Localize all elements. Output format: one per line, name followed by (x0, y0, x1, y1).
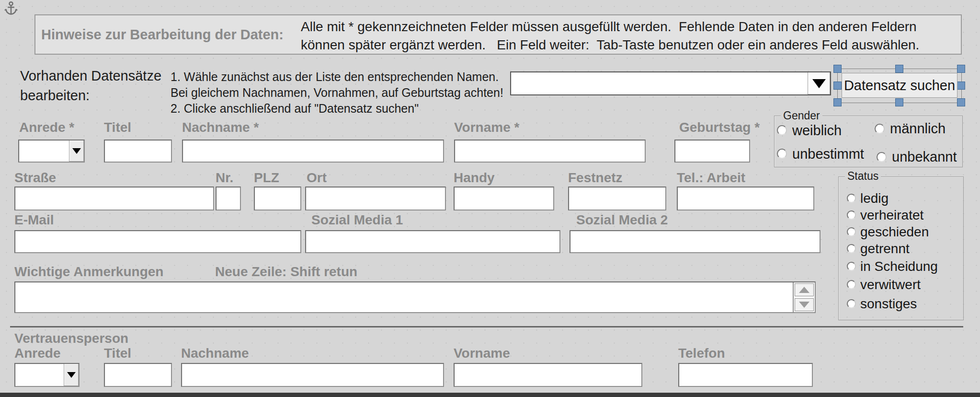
nachname-label: Nachname * (182, 120, 259, 135)
anmerkungen-textarea[interactable] (14, 281, 816, 313)
anchor-icon[interactable] (4, 1, 18, 18)
strasse-input[interactable] (14, 187, 214, 210)
selection-handle-se[interactable] (957, 98, 965, 106)
status-radio-label-in-scheidung[interactable]: in Scheidung (860, 259, 938, 274)
strasse-label: Straße (14, 170, 56, 186)
section-divider (10, 326, 963, 327)
gender-radio-label-maennlich[interactable]: männlich (890, 121, 946, 137)
vp-anrede-dropdown-button[interactable] (64, 364, 79, 386)
dropdown-arrow-icon (812, 79, 826, 88)
sozial-media-2-label: Sozial Media 2 (576, 212, 668, 228)
status-radio-label-ledig[interactable]: ledig (860, 191, 889, 206)
gender-radio-label-unbestimmt[interactable]: unbestimmt (792, 146, 864, 162)
anrede-label: Anrede * (19, 120, 74, 135)
gender-radio-label-weiblich[interactable]: weiblich (792, 123, 842, 139)
status-radio-label-verwitwert[interactable]: verwitwert (860, 277, 921, 292)
vp-telefon-input[interactable] (678, 363, 813, 387)
vertrauensperson-section-label: Vertrauensperson (14, 331, 128, 346)
vp-titel-label: Titel (104, 346, 131, 361)
status-radio-verwitwert[interactable] (847, 280, 856, 289)
geburtstag-input[interactable] (674, 140, 750, 163)
vp-vorname-input[interactable] (454, 363, 642, 387)
vp-titel-input[interactable] (104, 363, 172, 387)
dropdown-arrow-icon (67, 372, 76, 378)
record-search-label-line2: bearbeiten: (20, 88, 90, 104)
record-search-label-line1: Vorhanden Datensätze (20, 68, 161, 84)
nachname-input[interactable] (182, 140, 444, 163)
hint-line-2: können später ergänzt werden. Ein Feld w… (301, 37, 919, 53)
status-radio-in-scheidung[interactable] (847, 262, 856, 271)
sozial-media-1-label: Sozial Media 1 (311, 212, 403, 228)
anrede-combobox[interactable] (18, 140, 85, 163)
gender-radio-unbekannt[interactable] (877, 152, 887, 162)
vp-vorname-label: Vorname (454, 346, 510, 361)
vp-anrede-combobox[interactable] (14, 363, 80, 387)
titel-input[interactable] (104, 140, 172, 163)
vp-anrede-combobox-input[interactable] (15, 364, 64, 386)
sozial-media-1-input[interactable] (305, 230, 560, 253)
geburtstag-label: Geburtstag * (679, 120, 758, 135)
ort-input[interactable] (305, 187, 446, 210)
festnetz-input[interactable] (568, 187, 666, 210)
status-radio-label-verheiratet[interactable]: verheiratet (860, 208, 923, 223)
record-search-instruction-3: 2. Clicke anschließend auf "Datensatz su… (171, 102, 419, 116)
gender-radio-maennlich[interactable] (875, 124, 885, 134)
scroll-up-button[interactable] (795, 283, 814, 296)
ort-label: Ort (307, 170, 327, 186)
selection-handle-w[interactable] (833, 82, 842, 90)
vorname-input[interactable] (454, 140, 646, 163)
selection-handle-sw[interactable] (833, 98, 842, 106)
gender-radio-unbestimmt[interactable] (777, 149, 787, 159)
scroll-down-icon (799, 302, 809, 308)
gender-legend: Gender (781, 109, 822, 122)
hint-line-1: Alle mit * gekennzeichneten Felder müsse… (301, 19, 917, 35)
name-combobox[interactable] (510, 71, 831, 95)
vp-nachname-input[interactable] (181, 363, 444, 387)
tel-arbeit-input[interactable] (677, 187, 814, 210)
record-search-instruction-2: Bei gleichem Nachnamen, Vornahmen, auf G… (171, 86, 503, 100)
anmerkungen-hint: Neue Zeile: Shift retun (215, 264, 357, 280)
scroll-down-button[interactable] (795, 298, 814, 311)
nr-label: Nr. (216, 170, 233, 186)
datensatz-suchen-button[interactable]: Datensatz suchen (842, 73, 957, 98)
selection-handle-n[interactable] (895, 65, 903, 73)
status-radio-label-sonstiges[interactable]: sonstiges (860, 296, 917, 312)
email-input[interactable] (14, 230, 301, 253)
status-radio-verheiratet[interactable] (847, 210, 856, 220)
anrede-dropdown-button[interactable] (69, 140, 84, 162)
sozial-media-2-input[interactable] (570, 230, 820, 253)
scroll-up-icon (799, 287, 809, 293)
status-legend: Status (845, 170, 881, 183)
status-radio-label-geschieden[interactable]: geschieden (860, 224, 929, 240)
name-combobox-input[interactable] (511, 72, 808, 94)
status-radio-geschieden[interactable] (847, 227, 856, 236)
anrede-combobox-input[interactable] (19, 140, 69, 162)
gender-radio-weiblich[interactable] (777, 125, 787, 135)
selection-handle-s[interactable] (895, 98, 903, 106)
selection-handle-e[interactable] (957, 82, 965, 90)
handy-label: Handy (454, 170, 495, 186)
anmerkungen-scrollbar[interactable] (793, 282, 815, 312)
email-label: E-Mail (14, 212, 54, 228)
status-radio-sonstiges[interactable] (847, 299, 856, 308)
dropdown-arrow-icon (72, 148, 81, 154)
vp-telefon-label: Telefon (678, 346, 725, 361)
anmerkungen-label: Wichtige Anmerkungen (14, 264, 163, 280)
gender-radio-label-unbekannt[interactable]: unbekannt (892, 149, 957, 165)
vp-anrede-label: Anrede (14, 346, 60, 361)
handy-input[interactable] (454, 187, 554, 210)
record-search-instruction-1: 1. Wähle zunächst aus der Liste den ents… (171, 70, 499, 84)
selection-handle-ne[interactable] (957, 65, 965, 73)
plz-label: PLZ (254, 170, 279, 186)
plz-input[interactable] (254, 187, 301, 210)
status-radio-ledig[interactable] (847, 194, 856, 203)
vp-nachname-label: Nachname (181, 346, 249, 361)
vorname-label: Vorname * (454, 120, 519, 135)
tel-arbeit-label: Tel.: Arbeit (677, 170, 745, 186)
name-combobox-dropdown-button[interactable] (808, 72, 830, 94)
status-radio-getrennt[interactable] (847, 244, 856, 253)
nr-input[interactable] (216, 187, 241, 210)
status-radio-label-getrennt[interactable]: getrennt (860, 241, 910, 257)
selection-handle-nw[interactable] (833, 65, 842, 73)
hint-box-title: Hinweise zur Bearbeitung der Daten: (41, 27, 284, 43)
